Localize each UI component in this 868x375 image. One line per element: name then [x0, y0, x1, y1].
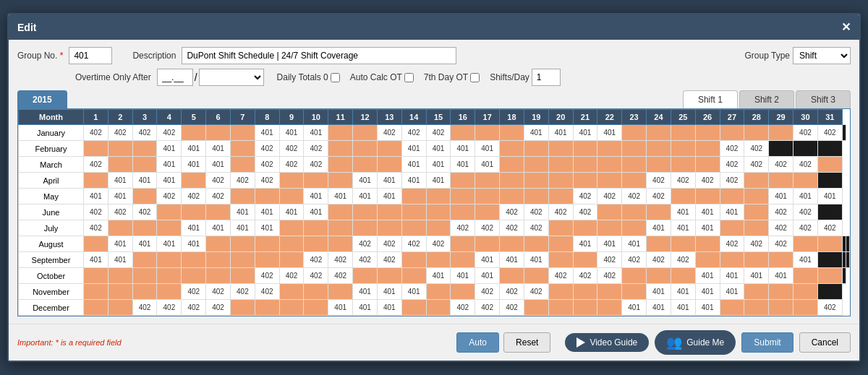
- day-cell[interactable]: 402: [377, 236, 401, 252]
- day-cell[interactable]: 402: [206, 284, 231, 300]
- day-cell[interactable]: [597, 173, 622, 189]
- day-cell[interactable]: [132, 268, 157, 284]
- day-cell[interactable]: [328, 157, 353, 173]
- day-cell[interactable]: 402: [401, 125, 426, 141]
- day-cell[interactable]: 401: [451, 268, 475, 284]
- day-cell[interactable]: [84, 268, 109, 284]
- day-cell[interactable]: 402: [206, 173, 231, 189]
- description-input[interactable]: [182, 47, 456, 64]
- day-cell[interactable]: 401: [597, 125, 622, 141]
- day-cell[interactable]: [182, 125, 206, 141]
- year-tab[interactable]: 2015: [17, 90, 67, 108]
- day-cell[interactable]: 402: [647, 173, 671, 189]
- day-cell[interactable]: [353, 157, 378, 173]
- day-cell[interactable]: 402: [108, 125, 132, 141]
- daily-totals-checkbox[interactable]: [331, 73, 340, 82]
- close-icon[interactable]: ✕: [841, 20, 851, 34]
- day-cell[interactable]: [475, 236, 500, 252]
- day-cell[interactable]: [84, 284, 109, 300]
- day-cell[interactable]: 402: [720, 173, 744, 189]
- day-cell[interactable]: [548, 141, 573, 157]
- day-cell[interactable]: [524, 157, 548, 173]
- day-cell[interactable]: [157, 284, 182, 300]
- day-cell[interactable]: [304, 220, 328, 236]
- day-cell[interactable]: 401: [182, 157, 206, 173]
- day-cell[interactable]: 401: [157, 173, 182, 189]
- day-cell[interactable]: [206, 236, 231, 252]
- day-cell[interactable]: 401: [304, 125, 328, 141]
- day-cell[interactable]: 401: [817, 189, 842, 204]
- day-cell[interactable]: [328, 141, 353, 157]
- video-guide-button[interactable]: Video Guide: [565, 333, 649, 352]
- day-cell[interactable]: 402: [451, 300, 475, 316]
- day-cell[interactable]: 401: [132, 173, 157, 189]
- day-cell[interactable]: 402: [182, 189, 206, 204]
- day-cell[interactable]: [548, 189, 573, 204]
- day-cell[interactable]: [548, 300, 573, 316]
- day-cell[interactable]: 402: [744, 157, 769, 173]
- day-cell[interactable]: 401: [255, 125, 279, 141]
- day-cell[interactable]: [744, 220, 769, 236]
- day-cell[interactable]: [695, 125, 720, 141]
- day-cell[interactable]: 402: [548, 268, 573, 284]
- day-cell[interactable]: 402: [108, 204, 132, 220]
- day-cell[interactable]: 402: [622, 189, 647, 204]
- day-cell[interactable]: 401: [157, 236, 182, 252]
- day-cell[interactable]: 401: [84, 189, 109, 204]
- day-cell[interactable]: [304, 173, 328, 189]
- day-cell[interactable]: [524, 189, 548, 204]
- day-cell[interactable]: [500, 125, 524, 141]
- day-cell[interactable]: 402: [132, 125, 157, 141]
- day-cell[interactable]: 401: [401, 157, 426, 173]
- day-cell[interactable]: [377, 268, 401, 284]
- day-cell[interactable]: 402: [500, 204, 524, 220]
- day-cell[interactable]: [647, 268, 671, 284]
- day-cell[interactable]: 402: [744, 141, 769, 157]
- day-cell[interactable]: 402: [573, 204, 597, 220]
- day-cell[interactable]: [475, 125, 500, 141]
- guide-me-button[interactable]: 👥 Guide Me: [655, 330, 736, 355]
- day-cell[interactable]: 401: [108, 173, 132, 189]
- day-cell[interactable]: 401: [182, 220, 206, 236]
- day-cell[interactable]: [817, 268, 842, 284]
- day-cell[interactable]: 402: [157, 300, 182, 316]
- day-cell[interactable]: 402: [720, 236, 744, 252]
- day-cell[interactable]: 401: [304, 204, 328, 220]
- day-cell[interactable]: [304, 236, 328, 252]
- day-cell[interactable]: [671, 268, 695, 284]
- day-cell[interactable]: 402: [647, 252, 671, 268]
- day-cell[interactable]: 402: [182, 284, 206, 300]
- day-cell[interactable]: [84, 141, 109, 157]
- day-cell[interactable]: [255, 236, 279, 252]
- day-cell[interactable]: 401: [108, 236, 132, 252]
- day-cell[interactable]: [769, 141, 793, 157]
- day-cell[interactable]: [157, 204, 182, 220]
- day-cell[interactable]: 401: [401, 173, 426, 189]
- day-cell[interactable]: 402: [206, 300, 231, 316]
- day-cell[interactable]: [769, 173, 793, 189]
- day-cell[interactable]: 402: [597, 189, 622, 204]
- day-cell[interactable]: [132, 157, 157, 173]
- day-cell[interactable]: [524, 268, 548, 284]
- day-cell[interactable]: 401: [426, 157, 451, 173]
- day-cell[interactable]: [817, 204, 842, 220]
- day-cell[interactable]: 402: [524, 204, 548, 220]
- day-cell[interactable]: 402: [793, 157, 818, 173]
- day-cell[interactable]: [475, 173, 500, 189]
- day-cell[interactable]: 402: [377, 252, 401, 268]
- day-cell[interactable]: [671, 125, 695, 141]
- day-cell[interactable]: [451, 204, 475, 220]
- day-cell[interactable]: 401: [573, 125, 597, 141]
- day-cell[interactable]: 402: [426, 125, 451, 141]
- shifts-per-day-input[interactable]: [532, 69, 561, 86]
- day-cell[interactable]: [647, 236, 671, 252]
- day-cell[interactable]: [451, 173, 475, 189]
- day-cell[interactable]: [622, 204, 647, 220]
- day-cell[interactable]: 401: [157, 157, 182, 173]
- day-cell[interactable]: [279, 189, 304, 204]
- day-cell[interactable]: [647, 204, 671, 220]
- day-cell[interactable]: 401: [793, 252, 818, 268]
- day-cell[interactable]: 401: [401, 141, 426, 157]
- day-cell[interactable]: 402: [500, 284, 524, 300]
- day-cell[interactable]: [720, 252, 744, 268]
